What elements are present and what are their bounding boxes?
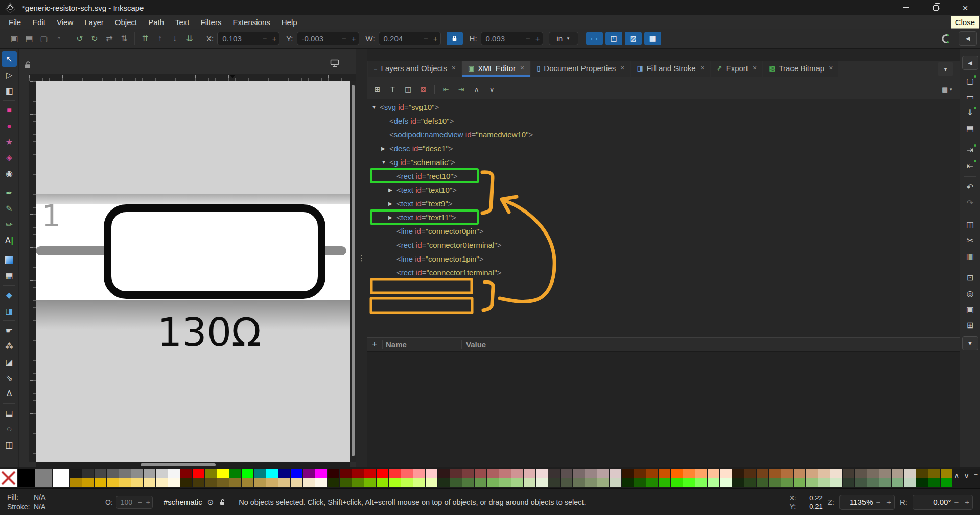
selection-touch-icon[interactable]: ▫ xyxy=(52,32,65,45)
cut-button[interactable]: ✂ xyxy=(963,233,977,247)
palette-swatch[interactable] xyxy=(278,469,290,478)
palette-swatch[interactable] xyxy=(830,478,842,487)
maximize-button[interactable] xyxy=(921,0,950,15)
palette-swatch[interactable] xyxy=(254,478,266,487)
menu-help[interactable]: Help xyxy=(276,16,303,28)
palette-swatch[interactable] xyxy=(328,478,339,487)
palette-swatch[interactable] xyxy=(242,469,253,478)
palette-swatch[interactable] xyxy=(659,478,670,487)
w-spinner-plus[interactable]: + xyxy=(431,34,440,43)
open-document-button[interactable]: ▭ xyxy=(963,90,977,104)
xml-display-mode-button[interactable]: ▤▼ xyxy=(939,83,955,96)
x-spinner-plus[interactable]: + xyxy=(269,34,279,43)
palette-swatch[interactable] xyxy=(426,478,437,487)
undo-button[interactable]: ↶ xyxy=(963,180,977,194)
menu-filters[interactable]: Filters xyxy=(195,16,227,28)
palette-swatch[interactable] xyxy=(278,478,290,487)
palette-swatch[interactable] xyxy=(671,478,683,487)
dropper-tool[interactable]: ◆ xyxy=(2,287,17,303)
tab-export-close-icon[interactable]: × xyxy=(753,64,757,72)
palette-swatch[interactable] xyxy=(830,469,842,478)
expander-down-icon[interactable]: ▼ xyxy=(381,159,389,165)
palette-swatch[interactable] xyxy=(377,469,388,478)
palette-swatch[interactable] xyxy=(610,478,621,487)
connector-tool[interactable]: ⇘ xyxy=(2,370,17,386)
w-spinner[interactable]: − xyxy=(421,34,431,43)
lower-to-bottom-icon[interactable]: ⇊ xyxy=(183,32,196,45)
new-element-node-button[interactable]: ⊞ xyxy=(371,83,384,96)
expander-down-icon[interactable]: ▼ xyxy=(371,104,380,110)
menu-extensions[interactable]: Extensions xyxy=(227,16,275,28)
scale-stroke-toggle[interactable]: ▭ xyxy=(586,32,603,45)
height-field[interactable]: 0.093−+ xyxy=(481,32,543,45)
palette-swatch[interactable] xyxy=(303,469,315,478)
palette-swatch[interactable] xyxy=(573,469,585,478)
spiral-tool[interactable]: ◉ xyxy=(2,166,17,181)
tab-export[interactable]: ⇗Export× xyxy=(711,61,762,77)
add-attribute-button[interactable]: + xyxy=(367,339,382,349)
canvas-horizontal-scrollbar-thumb[interactable] xyxy=(141,463,216,466)
save-document-button[interactable]: ⇓ xyxy=(963,106,977,120)
palette-swatch[interactable] xyxy=(757,478,768,487)
gray-swatch[interactable] xyxy=(35,469,52,487)
palette-swatch[interactable] xyxy=(928,469,940,478)
palette-swatch[interactable] xyxy=(855,478,867,487)
palette-swatch[interactable] xyxy=(781,478,793,487)
xml-node-connector0pin[interactable]: <line id="connector0pin"> xyxy=(367,224,725,238)
black-swatch[interactable] xyxy=(18,469,35,487)
ellipse-tool[interactable]: ● xyxy=(2,118,17,134)
rotation-field[interactable]: 0.00°−+ xyxy=(913,495,973,510)
palette-swatch[interactable] xyxy=(254,469,266,478)
display-mode-icon[interactable] xyxy=(330,59,339,67)
tab-document-properties[interactable]: ▯Document Properties× xyxy=(531,61,630,77)
palette-swatch[interactable] xyxy=(720,478,732,487)
menu-path[interactable]: Path xyxy=(143,16,170,28)
eraser-tool[interactable]: ◪ xyxy=(2,354,17,370)
palette-swatch[interactable] xyxy=(610,469,621,478)
zoom-field[interactable]: 1135%−+ xyxy=(839,495,895,510)
palette-swatch[interactable] xyxy=(389,469,401,478)
horizontal-ruler[interactable] xyxy=(29,74,356,81)
snap-toggle-icon[interactable] xyxy=(939,33,951,45)
palette-swatch[interactable] xyxy=(757,469,768,478)
xml-node-desc1[interactable]: ▶<desc id="desc1"> xyxy=(367,142,725,155)
palette-swatch[interactable] xyxy=(475,478,486,487)
xml-node-text10[interactable]: ▶<text id="text10"> xyxy=(367,183,725,197)
lock-guides-icon[interactable] xyxy=(24,61,32,69)
star-tool[interactable]: ★ xyxy=(2,134,17,150)
palette-swatch[interactable] xyxy=(462,478,474,487)
palette-swatch[interactable] xyxy=(597,469,609,478)
fill-stroke-indicator[interactable]: Fill: N/A Stroke: N/A xyxy=(7,493,69,511)
palette-swatch[interactable] xyxy=(107,469,119,478)
palette-swatch[interactable] xyxy=(806,478,818,487)
palette-swatch[interactable] xyxy=(683,469,695,478)
minimize-button[interactable] xyxy=(891,0,921,15)
pin-number-label[interactable]: 1 xyxy=(42,199,61,233)
zoom-selection-button[interactable]: ⊡ xyxy=(963,271,977,285)
y-field[interactable]: -0.003−+ xyxy=(297,32,359,45)
palette-swatch[interactable] xyxy=(818,478,830,487)
palette-swatch[interactable] xyxy=(499,478,511,487)
palette-swatch[interactable] xyxy=(867,478,879,487)
xml-node-connector1pin[interactable]: <line id="connector1pin"> xyxy=(367,252,725,266)
xml-node-svg10[interactable]: ▼<svg id="svg10"> xyxy=(367,100,725,114)
palette-swatch[interactable] xyxy=(291,478,302,487)
no-color-swatch[interactable] xyxy=(0,469,17,487)
palette-swatch[interactable] xyxy=(659,469,670,478)
palette-swatch[interactable] xyxy=(511,469,523,478)
palette-swatch[interactable] xyxy=(781,469,793,478)
pen-tool[interactable]: ✒ xyxy=(2,185,17,201)
x-spinner[interactable]: − xyxy=(260,34,270,43)
menu-text[interactable]: Text xyxy=(170,16,195,28)
palette-swatch[interactable] xyxy=(462,469,474,478)
palette-swatch[interactable] xyxy=(82,469,94,478)
zoom-tool[interactable]: ◌ xyxy=(2,421,17,437)
palette-swatch[interactable] xyxy=(266,469,278,478)
zoom-plus[interactable]: + xyxy=(883,498,894,506)
palette-swatch[interactable] xyxy=(879,469,891,478)
palette-swatch[interactable] xyxy=(413,478,425,487)
scale-gradient-toggle[interactable]: ▨ xyxy=(625,32,642,45)
palette-swatch[interactable] xyxy=(597,478,609,487)
palette-menu-icon[interactable]: ≡ xyxy=(974,472,978,480)
palette-swatch[interactable] xyxy=(671,469,683,478)
